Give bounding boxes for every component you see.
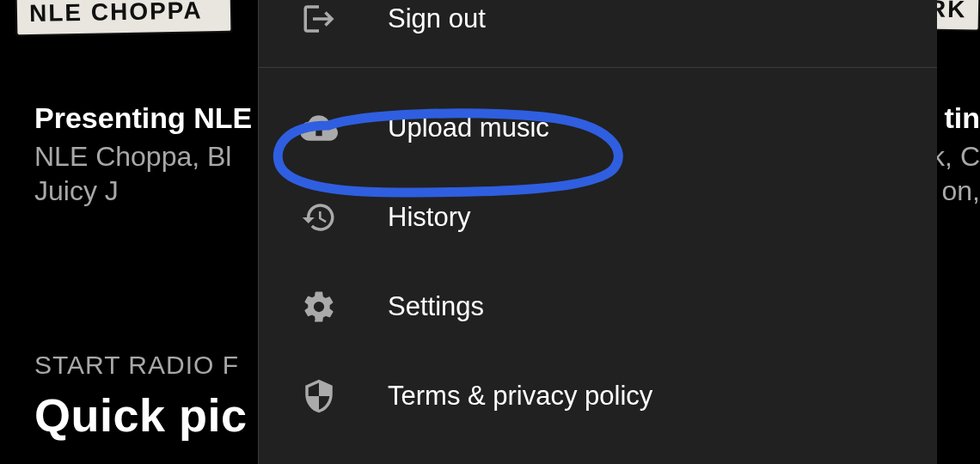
quick-picks-heading: Quick pic [34,388,248,442]
sign-out-icon [300,0,338,38]
playlist-artists-right-line2: on, [931,174,980,208]
menu-item-sign-out[interactable]: Sign out [259,0,937,64]
playlist-artists-left: NLE Choppa, Bl Juicy J [34,139,231,208]
menu-item-history-label: History [388,202,470,233]
menu-item-settings[interactable]: Settings [259,262,937,351]
menu-item-upload-music-label: Upload music [388,113,549,143]
gear-icon [300,288,338,326]
menu-item-terms[interactable]: Terms & privacy policy [259,351,937,441]
account-menu-panel: Sign out Upload music History Settings T… [258,0,937,464]
history-icon [300,198,338,236]
playlist-artists-right-line1: k, C [931,139,980,174]
menu-item-sign-out-label: Sign out [388,3,486,34]
playlist-artists-left-line1: NLE Choppa, Bl [34,139,231,174]
artist-card-left-label: NLE CHOPPA [29,0,203,27]
menu-item-settings-label: Settings [388,291,484,322]
menu-item-upload-music[interactable]: Upload music [259,83,937,173]
start-radio-label: START RADIO F [34,351,239,380]
shield-icon [300,377,338,415]
playlist-artists-right: k, C on, [931,139,980,208]
menu-divider [259,67,937,68]
playlist-artists-left-line2: Juicy J [34,174,231,208]
cloud-upload-icon [300,109,338,147]
artist-card-left[interactable]: NLE CHOPPA [15,0,233,36]
playlist-title-right: tin [944,101,980,135]
menu-item-terms-label: Terms & privacy policy [388,381,652,412]
playlist-title-left: Presenting NLE [34,101,252,135]
menu-item-history[interactable]: History [259,173,937,262]
